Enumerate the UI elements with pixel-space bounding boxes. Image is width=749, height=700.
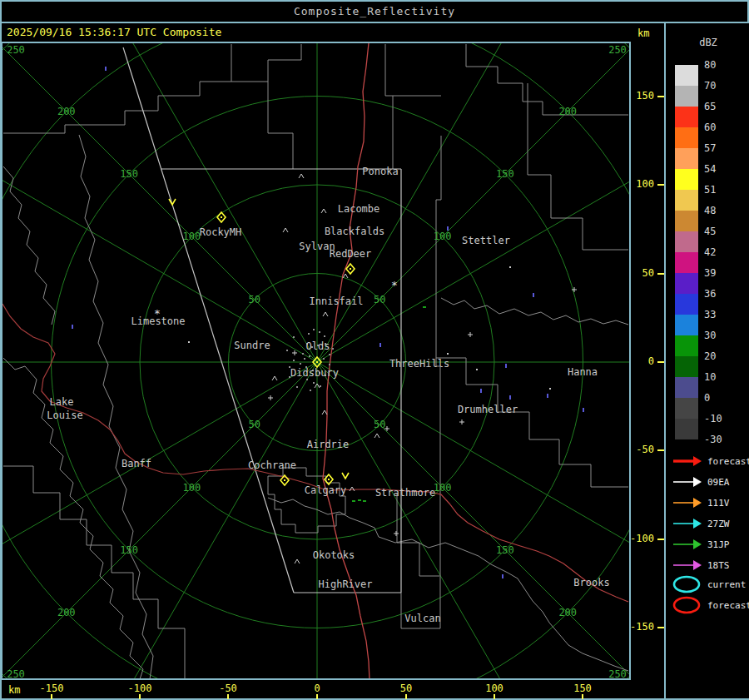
city-label: Blackfalds [325,226,384,237]
range-ring-label: 100 [434,482,452,494]
clutter-echo [313,382,315,384]
clutter-echo [332,348,334,350]
colorbar-swatch [675,211,698,231]
clutter-echo [300,363,301,365]
weak-echo [72,325,73,329]
radial-line [0,362,317,598]
bottom-axis-unit: km [8,684,20,696]
bottom-axis-tick [405,694,407,699]
range-ring-label: 200 [558,106,577,117]
right-axis-tick-label: -50 [629,444,654,455]
city-label: Stettler [462,235,510,246]
colorbar-swatch [675,169,698,190]
legend-ellipse-icon [672,574,703,594]
colorbar-scale-label: 54 [704,163,737,175]
v-marker-icon [169,199,176,205]
clutter-echo [296,386,298,388]
legend-item-label: 111V [707,498,730,509]
panel-divider [664,23,666,698]
right-axis-tick-label: -100 [629,533,654,544]
clutter-echo [329,354,330,355]
right-axis-tick-label: 50 [629,267,654,279]
colorbar-scale-label: 42 [704,246,737,258]
city-label: Brooks [573,577,609,588]
range-ring-label: 50 [248,419,260,430]
colorbar-swatch [675,107,698,127]
city-label: RedDeer [330,248,372,260]
colorbar-scale-label: 48 [704,205,737,216]
bottom-axis-tick [51,694,52,699]
town-plus-marker [394,531,399,536]
bottom-axis-tick-label: -150 [40,683,64,694]
town-dot-marker [509,266,511,268]
bottom-axis-tick-label: 0 [314,683,320,694]
colorbar-scale-label: 30 [704,330,737,341]
city-label: RockyMH [200,226,242,238]
legend-item-label: 27ZW [707,519,730,529]
right-axis-tick-label: 100 [629,178,654,190]
radar-map-canvas[interactable]: ** 5050505010010010010015015015015020020… [0,42,632,681]
weak-echo [447,226,449,231]
range-ring-label: 100 [183,482,201,494]
bottom-axis-tick-label: -50 [219,683,237,694]
range-ring-label: 200 [558,607,577,618]
rain-echo [352,500,355,502]
city-label: Limestone [131,315,185,327]
colorbar-scale-label: 80 [704,59,737,71]
colorbar-swatch [675,294,698,315]
weak-echo [379,343,381,347]
colorbar-scale-label: 36 [704,288,737,300]
range-ring-label: 150 [496,168,514,180]
colorbar-swatch [675,315,698,335]
legend-item: 31JP [672,535,730,554]
city-label: ThreeHills [389,358,449,370]
town-caret-marker [323,312,328,316]
clutter-echo [320,385,321,387]
radial-line [317,42,553,362]
range-ring-label: 150 [120,544,138,556]
weak-echo [105,67,107,71]
rain-echo [363,500,366,502]
colorbar-scale-label: 60 [704,122,737,133]
colorbar-swatch [675,419,698,439]
rain-echo [358,499,361,501]
weak-echo [547,394,548,398]
range-ring-label: 150 [120,168,138,180]
weak-echo [480,389,482,393]
clutter-echo [308,333,310,335]
right-axis-tick [657,273,664,275]
city-label: Hanna [568,366,598,378]
legend-arrow-icon [672,472,703,492]
radar-site-dot [284,479,285,481]
colorbar-scale-label: 65 [704,101,737,112]
range-ring-label: 50 [248,294,260,305]
bottom-axis-tick-label: 50 [400,683,412,694]
colorbar-scale-label: 51 [704,184,737,196]
bottom-axis-tick [139,694,141,699]
bottom-axis-tick [582,694,583,699]
bottom-axis-tick-label: -100 [128,683,152,694]
range-ring-label: 50 [374,419,385,430]
weak-echo [533,293,534,297]
town-caret-marker [343,274,348,278]
colorbar-swatch [675,148,698,169]
clutter-echo [309,355,310,357]
colorbar-swatch [675,231,698,252]
city-label: Vulcan [404,613,440,624]
bottom-axis-tick [227,694,229,699]
timestamp: 2025/09/16 15:36:17 UTC Composite [7,26,221,38]
right-axis-tick-label: 0 [629,355,654,367]
colorbar-scale-label: -10 [704,413,737,424]
colorbar-swatch [675,127,698,148]
town-caret-marker [322,410,327,415]
range-ring-label: 200 [57,106,76,117]
clutter-echo [310,390,311,391]
city-label: Louise [47,410,82,421]
colorbar-swatch [675,252,698,273]
colorbar-scale-label: 33 [704,309,737,320]
weak-echo [509,395,511,400]
city-label: Okotoks [313,549,355,561]
weak-echo [505,364,507,368]
city-label: Sundre [234,340,270,351]
legend-item: 111V [672,494,730,512]
